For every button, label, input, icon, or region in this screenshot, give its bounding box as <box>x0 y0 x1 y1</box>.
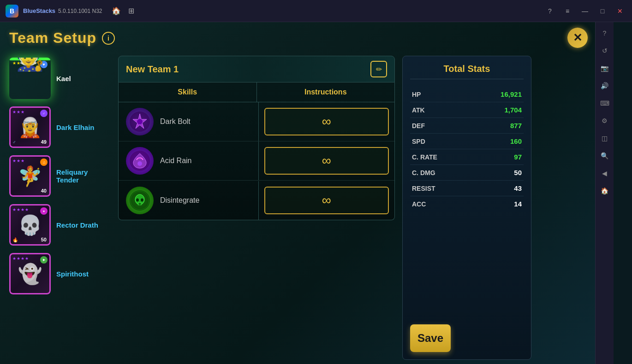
title-bar-icons: 🏠 ⊞ <box>112 6 134 15</box>
dark-bolt-infinity[interactable]: ∞ <box>264 108 389 135</box>
menu-button[interactable]: ≡ <box>561 5 574 18</box>
team-member-kael[interactable]: ★ ★ ★ ★ ★ ★ ♥ 🧙 5 <box>9 56 111 101</box>
acid-rain-infinity[interactable]: ∞ <box>264 147 389 175</box>
skill-row-disintegrate: Disintegrate ∞ <box>119 181 394 220</box>
svg-point-8 <box>141 198 143 201</box>
skills-table: Skills Instructions <box>118 82 395 220</box>
team-name-bar: New Team 1 ✏ <box>118 56 395 82</box>
hp-label: HP <box>412 91 421 98</box>
rector-type: 🔥 <box>12 237 18 242</box>
crate-value: 97 <box>514 153 522 161</box>
reliquary-portrait: ★ ★ ★ △ 🧚 40 <box>9 155 51 197</box>
sidebar-keyboard[interactable]: ⌨ <box>597 96 612 111</box>
dark-elhain-frame: ★ ★ ★ ♂ 🧝 ♂ 49 <box>9 106 51 148</box>
sidebar-home[interactable]: 🏠 <box>597 183 612 198</box>
game-area: Team Setup i ✕ ★ <box>0 22 614 364</box>
app-name: BlueStacks <box>23 7 55 14</box>
acid-rain-name: Acid Rain <box>160 157 191 165</box>
acc-value: 14 <box>514 200 522 208</box>
app-version: 5.0.110.1001 N32 <box>58 8 102 14</box>
disintegrate-svg <box>130 190 150 211</box>
right-sidebar: ? ↺ 📷 🔊 ⌨ ⚙ ◫ 🔍 ◀ 🏠 <box>595 22 614 364</box>
page-header: Team Setup i ✕ <box>9 29 604 47</box>
dark-elhain-portrait: ★ ★ ★ ♂ 🧝 ♂ 49 <box>9 106 51 148</box>
spd-value: 160 <box>510 137 522 145</box>
stats-title: Total Stats <box>410 64 524 79</box>
close-button-inner: ✕ <box>567 28 588 48</box>
sidebar-rotate[interactable]: ↺ <box>597 43 612 58</box>
stat-def: DEF 877 <box>410 118 524 134</box>
sidebar-arrow[interactable]: ◀ <box>597 166 612 181</box>
team-member-rector[interactable]: ★ ★ ★ ★ ♥ 💀 🔥 50 Rector Drath <box>9 202 111 247</box>
rector-name: Rector Drath <box>56 221 98 229</box>
team-list: ★ ★ ★ ★ ★ ★ ♥ 🧙 5 <box>9 56 111 360</box>
acid-rain-instruction[interactable]: ∞ <box>259 141 395 180</box>
instructions-col-label: Instructions <box>257 82 395 102</box>
team-name: New Team 1 <box>126 64 179 75</box>
atk-value: 1,704 <box>504 106 522 114</box>
title-bar: B BlueStacks 5.0.110.1001 N32 🏠 ⊞ ? ≡ — … <box>0 0 632 22</box>
team-member-reliquary[interactable]: ★ ★ ★ △ 🧚 40 Reliquary Tender <box>9 153 111 199</box>
disintegrate-instruction[interactable]: ∞ <box>259 181 395 220</box>
disintegrate-icon-wrapper <box>126 187 154 214</box>
cdmg-value: 50 <box>514 169 522 176</box>
crate-label: C. RATE <box>412 153 437 161</box>
save-button[interactable]: Save <box>410 324 451 352</box>
def-label: DEF <box>412 122 425 129</box>
stat-spd: SPD 160 <box>410 134 524 149</box>
stat-atk: ATK 1,704 <box>410 102 524 118</box>
svg-point-4 <box>137 161 142 166</box>
acc-label: ACC <box>412 200 426 208</box>
spirithost-art: 👻 <box>11 254 49 293</box>
bluestacks-logo: B <box>6 5 18 18</box>
sidebar-search[interactable]: 🔍 <box>597 148 612 163</box>
sidebar-screenshot[interactable]: 📷 <box>597 61 612 76</box>
skill-row-dark-bolt: Dark Bolt ∞ <box>119 102 394 141</box>
dark-bolt-name: Dark Bolt <box>160 117 191 126</box>
reliquary-level: 40 <box>41 188 47 194</box>
stat-resist: RESIST 43 <box>410 181 524 196</box>
page-close-button[interactable]: ✕ <box>567 28 588 48</box>
sidebar-layers[interactable]: ◫ <box>597 131 612 146</box>
window-icon[interactable]: ⊞ <box>128 6 134 15</box>
skills-col-label: Skills <box>119 82 257 102</box>
help-button[interactable]: ? <box>543 5 556 18</box>
stat-hp: HP 16,921 <box>410 87 524 102</box>
dark-bolt-instruction[interactable]: ∞ <box>259 102 395 141</box>
minimize-button[interactable]: — <box>578 5 591 18</box>
atk-label: ATK <box>412 106 425 114</box>
dark-elhain-name: Dark Elhain <box>56 123 95 131</box>
stats-rows: HP 16,921 ATK 1,704 DEF 877 S <box>410 87 524 315</box>
skills-header: Skills Instructions <box>119 82 394 102</box>
hp-value: 16,921 <box>501 90 522 98</box>
reliquary-frame: ★ ★ ★ △ 🧚 40 <box>9 155 51 197</box>
disintegrate-name: Disintegrate <box>160 196 199 205</box>
rector-portrait: ★ ★ ★ ★ ♥ 💀 🔥 50 <box>9 204 51 246</box>
stat-crate: C. RATE 97 <box>410 149 524 165</box>
home-icon[interactable]: 🏠 <box>112 6 121 15</box>
team-member-spirithost[interactable]: ★ ★ ★ ★ ▶ 👻 Spirithost <box>9 251 111 296</box>
sidebar-help[interactable]: ? <box>597 26 612 41</box>
dark-elhain-level: 49 <box>41 139 47 145</box>
main-content: Team Setup i ✕ ★ <box>0 22 614 364</box>
resist-value: 43 <box>514 184 522 192</box>
stat-acc: ACC 14 <box>410 196 524 211</box>
team-member-dark-elhain[interactable]: ★ ★ ★ ♂ 🧝 ♂ 49 Dark Elhain <box>9 105 111 150</box>
sidebar-volume[interactable]: 🔊 <box>597 78 612 93</box>
disintegrate-info: Disintegrate <box>119 181 259 220</box>
acid-rain-info: Acid Rain <box>119 141 259 180</box>
edit-team-name-button[interactable]: ✏ <box>370 61 387 77</box>
disintegrate-infinity[interactable]: ∞ <box>264 187 389 214</box>
maximize-button[interactable]: □ <box>596 5 609 18</box>
close-button[interactable]: ✕ <box>614 5 626 18</box>
disintegrate-icon <box>126 187 154 214</box>
acid-rain-icon <box>126 147 154 175</box>
sidebar-settings[interactable]: ⚙ <box>597 113 612 128</box>
skill-row-acid-rain: Acid Rain ∞ <box>119 141 394 181</box>
cdmg-label: C. DMG <box>412 169 435 176</box>
spirithost-portrait: ★ ★ ★ ★ ▶ 👻 <box>9 253 51 294</box>
spirithost-frame: ★ ★ ★ ★ ▶ 👻 <box>9 253 51 294</box>
info-icon[interactable]: i <box>102 32 115 45</box>
acid-rain-icon-wrapper <box>126 147 154 175</box>
svg-point-7 <box>136 198 139 201</box>
